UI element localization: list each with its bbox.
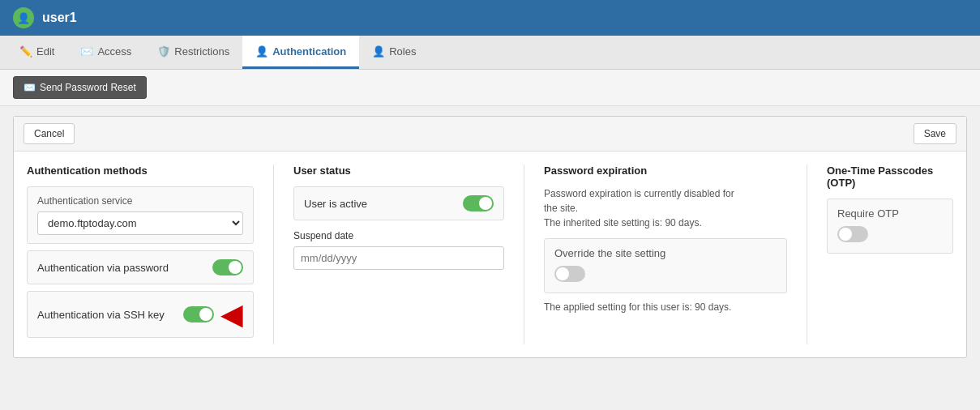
auth-ssh-row: Authentication via SSH key ◀	[37, 300, 243, 329]
user-active-toggle[interactable]	[463, 195, 494, 211]
header-username: user1	[42, 11, 77, 25]
toolbar: ✉️ Send Password Reset	[0, 70, 980, 106]
suspend-section: Suspend date	[293, 230, 504, 270]
tabs-bar: ✏️ Edit ✉️ Access 🛡️ Restrictions 👤 Auth…	[0, 36, 980, 70]
override-label: Override the site setting	[554, 247, 777, 259]
red-arrow-indicator: ◀	[220, 300, 243, 329]
auth-password-thumb	[229, 261, 242, 274]
tab-roles[interactable]: 👤 Roles	[359, 36, 429, 69]
auth-password-row: Authentication via password	[37, 259, 243, 275]
user-active-box: User is active	[293, 186, 504, 220]
roles-icon: 👤	[372, 45, 385, 58]
otp-require-label: Require OTP	[837, 207, 943, 220]
tab-access[interactable]: ✉️ Access	[67, 36, 144, 69]
header: 👤 user1	[0, 0, 980, 36]
card-body: Authentication methods Authentication se…	[14, 152, 966, 357]
otp-require-thumb	[839, 228, 852, 241]
main-card: Cancel Save Authentication methods Authe…	[13, 116, 967, 358]
auth-password-box: Authentication via password	[27, 250, 254, 284]
envelope-icon: ✉️	[24, 82, 36, 93]
auth-password-toggle[interactable]	[212, 259, 243, 275]
user-active-thumb	[479, 197, 492, 210]
suspend-label: Suspend date	[293, 230, 504, 241]
auth-service-box: Authentication service demo.ftptoday.com	[27, 186, 254, 244]
otp-column: One-Time Passcodes (OTP) Require OTP	[827, 164, 953, 344]
auth-ssh-toggle[interactable]	[183, 306, 214, 322]
send-password-reset-button[interactable]: ✉️ Send Password Reset	[13, 76, 147, 99]
edit-icon: ✏️	[19, 45, 32, 58]
cancel-button[interactable]: Cancel	[24, 123, 75, 144]
otp-require-toggle[interactable]	[837, 226, 868, 242]
password-exp-title: Password expiration	[544, 164, 787, 177]
override-box: Override the site setting	[544, 238, 787, 293]
password-exp-column: Password expiration Password expiration …	[544, 164, 787, 344]
auth-service-label: Authentication service	[37, 195, 243, 207]
user-active-track	[463, 195, 494, 211]
tab-edit[interactable]: ✏️ Edit	[6, 36, 67, 69]
auth-ssh-thumb	[199, 308, 212, 321]
tab-authentication[interactable]: 👤 Authentication	[242, 36, 359, 69]
access-icon: ✉️	[80, 45, 93, 58]
auth-ssh-label: Authentication via SSH key	[37, 309, 165, 321]
user-active-row: User is active	[304, 195, 494, 211]
auth-password-label: Authentication via password	[37, 262, 169, 274]
auth-icon: 👤	[255, 45, 268, 58]
user-status-title: User status	[293, 164, 504, 177]
override-toggle[interactable]	[554, 266, 585, 282]
auth-ssh-box: Authentication via SSH key ◀	[27, 291, 254, 338]
divider-3	[807, 164, 807, 344]
save-button[interactable]: Save	[914, 123, 956, 144]
override-track	[554, 266, 585, 282]
otp-require-track	[837, 226, 868, 242]
divider-1	[273, 164, 274, 344]
auth-methods-title: Authentication methods	[27, 164, 254, 177]
auth-ssh-track	[183, 306, 214, 322]
auth-methods-column: Authentication methods Authentication se…	[27, 164, 254, 344]
otp-title: One-Time Passcodes (OTP)	[827, 164, 953, 189]
user-status-column: User status User is active Suspend date	[293, 164, 504, 344]
restrictions-icon: 🛡️	[157, 45, 170, 58]
auth-service-select[interactable]: demo.ftptoday.com	[37, 211, 243, 235]
auth-password-track	[212, 259, 243, 275]
user-active-label: User is active	[304, 198, 367, 210]
password-exp-info: Password expiration is currently disable…	[544, 186, 787, 230]
user-avatar: 👤	[13, 7, 34, 28]
suspend-date-input[interactable]	[293, 246, 504, 270]
override-thumb	[556, 267, 569, 280]
applied-setting-text: The applied setting for this user is: 90…	[544, 301, 787, 313]
ssh-toggle-arrow-group: ◀	[183, 300, 243, 329]
card-header: Cancel Save	[14, 117, 966, 152]
divider-2	[524, 164, 524, 344]
otp-box: Require OTP	[827, 199, 953, 254]
tab-restrictions[interactable]: 🛡️ Restrictions	[144, 36, 242, 69]
